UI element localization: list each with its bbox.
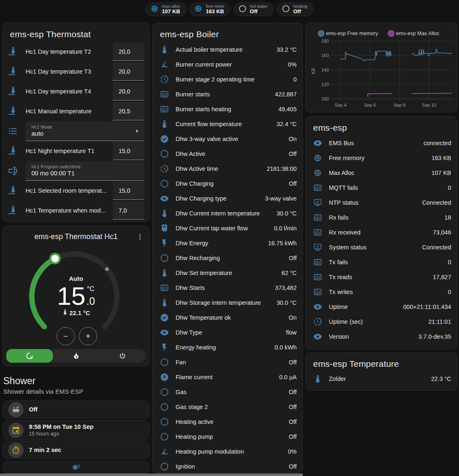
entity-row[interactable]: System status Connected [306, 240, 457, 255]
entity-row[interactable]: Gas stage 2 Off [152, 399, 302, 414]
entity-label: Dhw Set temperature [176, 270, 278, 276]
hvac-mode-off-button[interactable] [99, 349, 146, 363]
entity-row[interactable]: Dhw Energy 16.75 kWh [152, 236, 302, 251]
entity-row[interactable]: Burner current power 0% [152, 57, 302, 72]
entity-row[interactable]: Dhw Set temperature 62 °C [152, 266, 302, 280]
badge-hot-water[interactable]: hot water Off [233, 2, 274, 16]
eye-icon [313, 332, 323, 342]
boiler-rows: Actual boiler temperature 33.2 °C Burner… [152, 42, 302, 473]
entity-label: Max Alloc [329, 170, 428, 176]
entity-label: Heating pump [176, 433, 285, 440]
entity-row[interactable]: Heating active Off [152, 414, 302, 429]
entity-label: Gas stage 2 [176, 404, 285, 410]
entity-row[interactable]: 12 Burner starts 422,887 [152, 87, 302, 102]
shower-tile[interactable]: ❄! [2, 461, 150, 474]
entity-row[interactable]: 12 Rx fails 18 [306, 210, 457, 225]
shower-tile[interactable]: 7 min 2 sec [2, 441, 150, 459]
text-input[interactable]: Hc1 Program switchtime 00 mo 00:00 T1 [26, 161, 144, 181]
entity-row[interactable]: Ignition Off [152, 459, 302, 473]
entity-row[interactable]: Zolder 22.3 °C [306, 371, 457, 386]
section-subtitle: Shower details via EMS-ESP [3, 388, 83, 395]
hvac-mode-heat-button[interactable] [53, 349, 100, 363]
badge-free-mem[interactable]: free mem 163 KB [189, 2, 230, 16]
entity-label: Dhw Energy [176, 240, 265, 246]
entity-label: Hc1 Day temperature T3 [26, 68, 113, 75]
decrease-temperature-button[interactable]: − [57, 327, 75, 345]
entity-row[interactable]: Energy heating 0.0 kWh [152, 340, 302, 355]
entity-row[interactable]: Max Alloc 107 KB [306, 165, 457, 180]
entity-row[interactable]: Uptime 000+21:11:01.434 [306, 299, 457, 314]
thermometer-icon [159, 208, 169, 218]
entity-row[interactable]: Dhw Active Off [152, 146, 302, 161]
mode-select[interactable]: Hc1 Mode auto ▼ [26, 122, 144, 141]
entity-row[interactable]: NTP status Connected [306, 195, 457, 210]
entity-label: Hc1 Day temperature T4 [26, 88, 113, 95]
number-input[interactable]: 20,0 [113, 43, 144, 61]
entity-value: Off [289, 433, 297, 440]
badge-heating[interactable]: heating Off [277, 2, 314, 16]
chevron-down-icon: ▼ [135, 129, 139, 134]
thermostat-row: Hc1 Night temperature T1 15,0 [3, 141, 149, 161]
entity-row[interactable]: Dhw Temperature ok On [152, 310, 302, 325]
entity-label: Version [329, 333, 415, 340]
entity-row[interactable]: Version 3.7.0-dev.35 [306, 329, 457, 344]
svg-text:ems-esp Max Alloc: ems-esp Max Alloc [396, 31, 440, 36]
entity-row[interactable]: Dhw Charging Off [152, 176, 302, 191]
entity-label: Dhw Current tap water flow [176, 225, 271, 232]
entity-row[interactable]: Dhw Recharging Off [152, 251, 302, 266]
entity-row[interactable]: Fan Off [152, 355, 302, 370]
entity-value: 0 [448, 289, 451, 295]
dial-mode-label: Auto [3, 275, 149, 282]
entity-row[interactable]: Actual boiler temperature 33.2 °C [152, 42, 302, 57]
number-input[interactable]: 20,0 [113, 62, 144, 81]
number-input[interactable]: 7,0 [113, 201, 144, 220]
svg-text:1: 1 [315, 275, 317, 280]
entity-row[interactable]: Uptime (sec) 21:11:01 [306, 314, 457, 329]
entity-row[interactable]: EMS Bus connected [306, 136, 457, 151]
more-options-icon[interactable] [134, 231, 146, 243]
entity-row[interactable]: Dhw Storage intern temperature 30.0 °C [152, 295, 302, 310]
entity-row[interactable]: 12 Rx received 73,046 [306, 225, 457, 240]
circle-outline-icon [159, 149, 169, 159]
entity-row[interactable]: Heating pump modulation 0% [152, 444, 302, 459]
entity-label: Dhw Current intern temperature [176, 210, 273, 217]
number-input[interactable]: 20,0 [113, 82, 144, 100]
entity-row[interactable]: Dhw Active time 2181:38:00 [152, 161, 302, 176]
entity-value: 3-way valve [265, 195, 297, 202]
number-input[interactable]: 15,0 [113, 142, 144, 160]
entity-row[interactable]: Dhw Current tap water flow 0.0 l/min [152, 221, 302, 236]
entity-label: Burner starts heating [176, 106, 275, 112]
entity-label: Rx fails [329, 214, 441, 221]
tile-value: Off [29, 406, 38, 413]
number-input[interactable]: 15,0 [113, 182, 144, 200]
entity-row[interactable]: Dhw Type flow [152, 325, 302, 340]
check-circle-icon [159, 313, 169, 323]
entity-row[interactable]: Dhw Charging type 3-way valve [152, 191, 302, 206]
entity-row[interactable]: Dhw 3-way valve active On [152, 132, 302, 146]
thermometer-icon [159, 268, 169, 278]
entity-row[interactable]: Flame current 0.0 µA [152, 370, 302, 385]
shower-tile[interactable]: Off [2, 400, 150, 419]
entity-row[interactable]: 12 Dhw Starts 373,482 [152, 280, 302, 295]
increase-temperature-button[interactable]: + [79, 327, 97, 345]
number-input[interactable]: 20,5 [113, 102, 144, 120]
badge-max-alloc[interactable]: max alloc 107 KB [145, 2, 186, 16]
entity-row[interactable]: Dhw Current intern temperature 30.0 °C [152, 206, 302, 221]
badge-value: 107 KB [162, 9, 180, 15]
hvac-mode-auto-button[interactable]: A [6, 349, 53, 363]
entity-label: NTP status [329, 199, 419, 206]
entity-row[interactable]: 12 Tx writes 0 [306, 285, 457, 299]
entity-row[interactable]: Heating pump Off [152, 429, 302, 444]
entity-label: Dhw Charging type [176, 195, 262, 202]
entity-row[interactable]: Free memory 163 KB [306, 151, 457, 165]
entity-row[interactable]: 12 Tx fails 0 [306, 255, 457, 270]
entity-row[interactable]: 12 Burner starts heating 49,405 [152, 102, 302, 117]
shower-tile[interactable]: 9:58 PM on Tue 10 Sep 15 hours ago [2, 420, 150, 440]
entity-row[interactable]: 12 MQTT fails 0 [306, 180, 457, 195]
thermometer-water-icon [7, 106, 18, 117]
emsesp-system-card: ems-esp EMS Bus connected Free memory 16… [305, 116, 457, 349]
entity-row[interactable]: Burner stage 2 operating time 0 [152, 72, 302, 87]
entity-row[interactable]: 12 Tx reads 17,827 [306, 270, 457, 285]
entity-row[interactable]: Current flow temperature 32.4 °C [152, 117, 302, 132]
entity-row[interactable]: Gas Off [152, 385, 302, 399]
